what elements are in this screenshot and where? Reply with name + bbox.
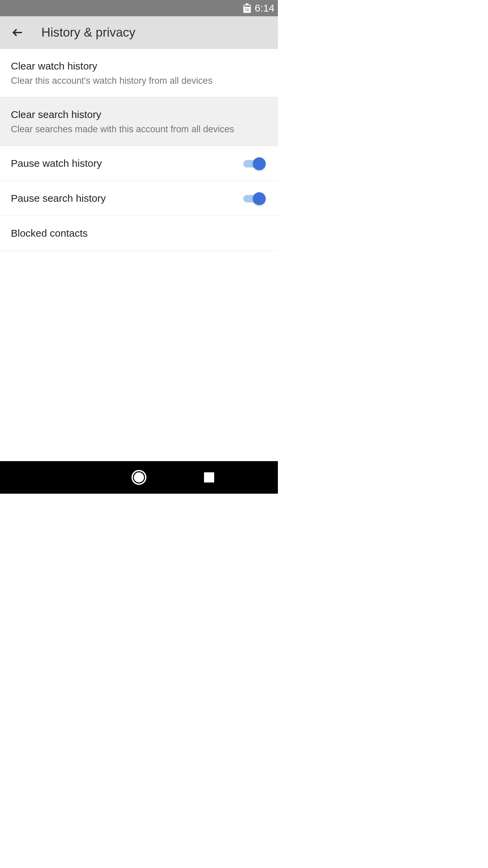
setting-text: Clear watch history Clear this account's… <box>11 59 267 87</box>
settings-list: Clear watch history Clear this account's… <box>0 49 278 251</box>
setting-title: Pause search history <box>11 191 243 205</box>
pause-watch-toggle[interactable] <box>243 157 265 170</box>
nav-back-button[interactable] <box>61 469 77 486</box>
setting-text: Pause search history <box>11 191 243 205</box>
nav-recent-button[interactable] <box>201 469 217 486</box>
pause-watch-history-item[interactable]: Pause watch history <box>0 146 278 181</box>
setting-title: Pause watch history <box>11 156 243 171</box>
setting-text: Clear search history Clear searches made… <box>11 107 267 135</box>
setting-subtitle: Clear this account's watch history from … <box>11 75 267 87</box>
setting-text: Pause watch history <box>11 156 243 171</box>
navigation-bar <box>0 461 278 494</box>
status-icons: 74 <box>241 3 251 14</box>
pause-search-toggle[interactable] <box>243 192 265 205</box>
pause-search-history-item[interactable]: Pause search history <box>0 181 278 216</box>
page-title: History & privacy <box>41 25 136 40</box>
back-arrow-icon <box>11 26 24 39</box>
clear-watch-history-item[interactable]: Clear watch history Clear this account's… <box>0 49 278 97</box>
square-recent-icon <box>204 472 214 482</box>
battery-icon: 74 <box>243 3 251 13</box>
setting-subtitle: Clear searches made with this account fr… <box>11 123 267 135</box>
toggle-thumb <box>253 192 266 205</box>
app-bar: History & privacy <box>0 16 278 49</box>
battery-level: 74 <box>243 8 251 12</box>
setting-title: Clear search history <box>11 107 267 122</box>
blocked-contacts-item[interactable]: Blocked contacts <box>0 216 278 251</box>
setting-title: Clear watch history <box>11 59 267 73</box>
circle-home-icon <box>131 470 146 485</box>
nav-home-button[interactable] <box>131 469 147 486</box>
status-bar: 74 6:14 <box>0 0 278 16</box>
back-button[interactable] <box>9 24 26 41</box>
triangle-back-icon <box>61 469 77 486</box>
toggle-thumb <box>253 157 266 170</box>
clear-search-history-item[interactable]: Clear search history Clear searches made… <box>0 97 278 146</box>
setting-title: Blocked contacts <box>11 226 267 240</box>
status-time: 6:14 <box>255 2 274 14</box>
setting-text: Blocked contacts <box>11 226 267 240</box>
